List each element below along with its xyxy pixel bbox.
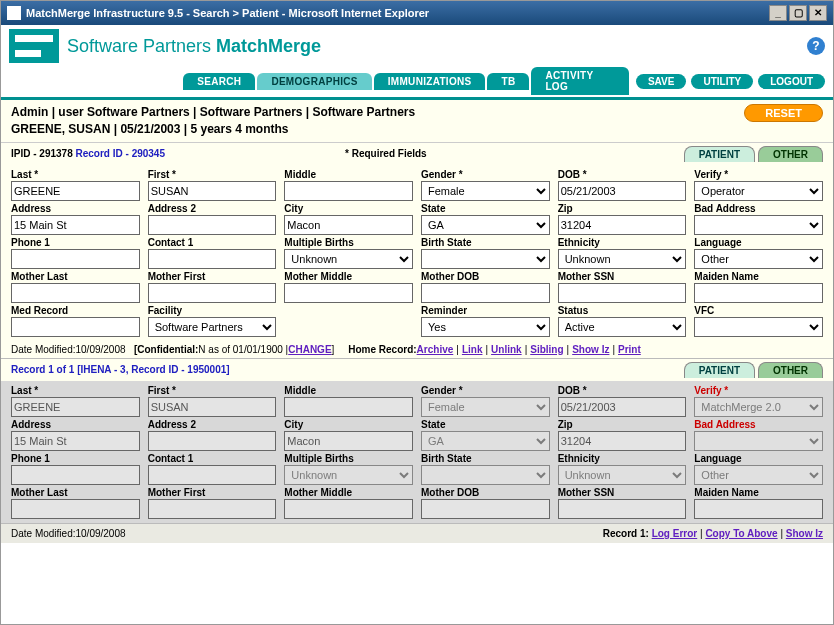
bstate-select-ro bbox=[421, 465, 550, 485]
link-row-1: Date Modified: 10/09/2008 [Confidential:… bbox=[1, 341, 833, 359]
reminder-select[interactable]: Yes bbox=[421, 317, 550, 337]
print-link[interactable]: Print bbox=[618, 344, 641, 355]
dob-input-ro bbox=[558, 397, 687, 417]
middle-input[interactable] bbox=[284, 181, 413, 201]
badaddr-select-ro bbox=[694, 431, 823, 451]
zip-input[interactable] bbox=[558, 215, 687, 235]
mmiddle-input[interactable] bbox=[284, 283, 413, 303]
mdob-input[interactable] bbox=[421, 283, 550, 303]
subtab-patient[interactable]: PATIENT bbox=[684, 146, 755, 162]
gender-select-ro: Female bbox=[421, 397, 550, 417]
mssn-input-ro bbox=[558, 499, 687, 519]
last-input-ro bbox=[11, 397, 140, 417]
contact1-input-ro bbox=[148, 465, 277, 485]
archive-link[interactable]: Archive bbox=[417, 344, 454, 355]
save-button[interactable]: SAVE bbox=[636, 74, 687, 89]
window-controls: _ ▢ ✕ bbox=[769, 5, 827, 21]
city-input[interactable] bbox=[284, 215, 413, 235]
bstate-select[interactable] bbox=[421, 249, 550, 269]
showiz-link[interactable]: Show Iz bbox=[572, 344, 609, 355]
unlink-link[interactable]: Unlink bbox=[491, 344, 522, 355]
app-icon bbox=[7, 6, 21, 20]
mmiddle-input-ro bbox=[284, 499, 413, 519]
help-icon[interactable]: ? bbox=[807, 37, 825, 55]
subtab-other-2[interactable]: OTHER bbox=[758, 362, 823, 378]
patient-form-top: Last * First * Middle Gender *Female DOB… bbox=[1, 165, 833, 341]
state-select[interactable]: GA bbox=[421, 215, 550, 235]
mlast-input-ro bbox=[11, 499, 140, 519]
context-line1: Admin | user Software Partners | Softwar… bbox=[11, 104, 415, 121]
maximize-button[interactable]: ▢ bbox=[789, 5, 807, 21]
mfirst-input[interactable] bbox=[148, 283, 277, 303]
subtab-patient-2[interactable]: PATIENT bbox=[684, 362, 755, 378]
state-select-ro: GA bbox=[421, 431, 550, 451]
vfc-select[interactable] bbox=[694, 317, 823, 337]
city-input-ro bbox=[284, 431, 413, 451]
maiden-input-ro bbox=[694, 499, 823, 519]
brand-header: Software Partners MatchMerge ? bbox=[1, 25, 833, 67]
last-input[interactable] bbox=[11, 181, 140, 201]
ethnicity-select-ro: Unknown bbox=[558, 465, 687, 485]
medrec-input[interactable] bbox=[11, 317, 140, 337]
gender-select[interactable]: Female bbox=[421, 181, 550, 201]
badaddr-select[interactable] bbox=[694, 215, 823, 235]
verify-select[interactable]: Operator bbox=[694, 181, 823, 201]
required-note: * Required Fields bbox=[345, 148, 427, 159]
address2-input[interactable] bbox=[148, 215, 277, 235]
language-select-ro: Other bbox=[694, 465, 823, 485]
first-input[interactable] bbox=[148, 181, 277, 201]
middle-input-ro bbox=[284, 397, 413, 417]
record-header: Record 1 of 1 [IHENA - 3, Record ID - 19… bbox=[1, 359, 833, 381]
context-bar: Admin | user Software Partners | Softwar… bbox=[1, 100, 833, 143]
footer-links: Date Modified: 10/09/2008 Record 1: Log … bbox=[1, 523, 833, 543]
context-line2: GREENE, SUSAN | 05/21/2003 | 5 years 4 m… bbox=[11, 121, 415, 138]
close-button[interactable]: ✕ bbox=[809, 5, 827, 21]
zip-input-ro bbox=[558, 431, 687, 451]
minimize-button[interactable]: _ bbox=[769, 5, 787, 21]
logerror-link[interactable]: Log Error bbox=[652, 528, 698, 539]
status-select[interactable]: Active bbox=[558, 317, 687, 337]
address2-input-ro bbox=[148, 431, 277, 451]
contact1-input[interactable] bbox=[148, 249, 277, 269]
mbirths-select[interactable]: Unknown bbox=[284, 249, 413, 269]
window-title: MatchMerge Infrastructure 9.5 - Search >… bbox=[26, 7, 429, 19]
utility-button[interactable]: UTILITY bbox=[691, 74, 753, 89]
mbirths-select-ro: Unknown bbox=[284, 465, 413, 485]
verify-select-ro: MatchMerge 2.0 bbox=[694, 397, 823, 417]
main-nav: SEARCH DEMOGRAPHICS IMMUNIZATIONS TB ACT… bbox=[1, 67, 833, 100]
mfirst-input-ro bbox=[148, 499, 277, 519]
maiden-input[interactable] bbox=[694, 283, 823, 303]
app-window: MatchMerge Infrastructure 9.5 - Search >… bbox=[0, 0, 834, 625]
logo-text: Software Partners MatchMerge bbox=[67, 36, 321, 57]
change-link[interactable]: CHANGE bbox=[288, 344, 331, 355]
mdob-input-ro bbox=[421, 499, 550, 519]
tab-immunizations[interactable]: IMMUNIZATIONS bbox=[374, 73, 486, 90]
first-input-ro bbox=[148, 397, 277, 417]
titlebar: MatchMerge Infrastructure 9.5 - Search >… bbox=[1, 1, 833, 25]
address-input[interactable] bbox=[11, 215, 140, 235]
showiz-link-2[interactable]: Show Iz bbox=[786, 528, 823, 539]
link-link[interactable]: Link bbox=[462, 344, 483, 355]
ethnicity-select[interactable]: Unknown bbox=[558, 249, 687, 269]
address-input-ro bbox=[11, 431, 140, 451]
logout-button[interactable]: LOGOUT bbox=[758, 74, 825, 89]
phone1-input-ro bbox=[11, 465, 140, 485]
id-row: IPID - 291378 Record ID - 290345 * Requi… bbox=[1, 143, 833, 165]
copyabove-link[interactable]: Copy To Above bbox=[705, 528, 777, 539]
sibling-link[interactable]: Sibling bbox=[530, 344, 563, 355]
reset-button[interactable]: RESET bbox=[744, 104, 823, 122]
mssn-input[interactable] bbox=[558, 283, 687, 303]
facility-select[interactable]: Software Partners bbox=[148, 317, 277, 337]
mlast-input[interactable] bbox=[11, 283, 140, 303]
subtab-other[interactable]: OTHER bbox=[758, 146, 823, 162]
phone1-input[interactable] bbox=[11, 249, 140, 269]
patient-form-bottom: Last * First * Middle Gender *Female DOB… bbox=[1, 381, 833, 523]
tab-demographics[interactable]: DEMOGRAPHICS bbox=[257, 73, 371, 90]
tab-tb[interactable]: TB bbox=[487, 73, 529, 90]
tab-activity-log[interactable]: ACTIVITY LOG bbox=[531, 67, 629, 95]
logo-icon bbox=[9, 29, 59, 63]
language-select[interactable]: Other bbox=[694, 249, 823, 269]
dob-input[interactable] bbox=[558, 181, 687, 201]
tab-search[interactable]: SEARCH bbox=[183, 73, 255, 90]
